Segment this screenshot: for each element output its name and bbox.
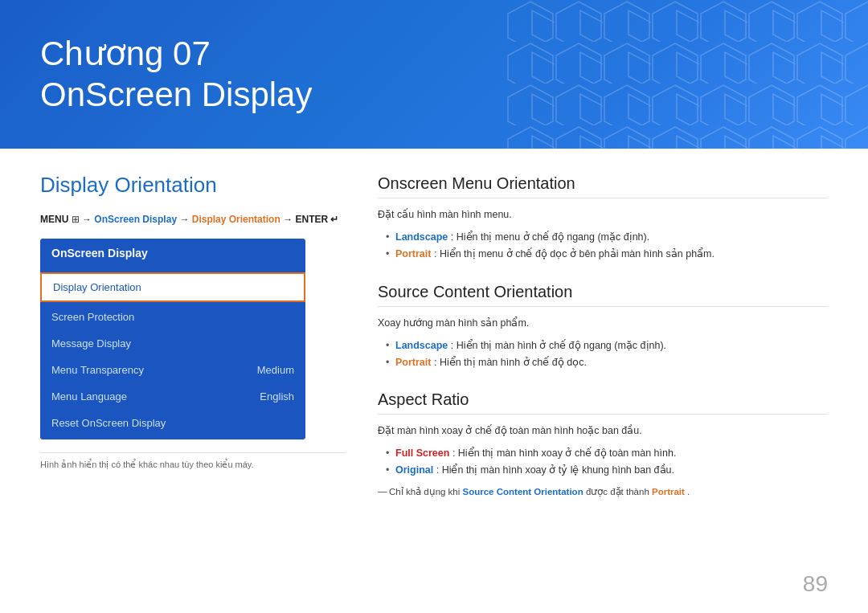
page-number: 89 [803, 571, 828, 597]
osd-panel-header: OnScreen Display [40, 239, 305, 268]
section-source-content: Source Content Orientation Xoay hướng mà… [378, 283, 828, 372]
source-content-title: Source Content Orientation [378, 283, 828, 307]
aspect-ratio-desc: Đặt màn hình xoay ở chế độ toàn màn hình… [378, 423, 828, 439]
osd-item-label: Message Display [51, 337, 131, 349]
osd-item-value: English [260, 390, 294, 403]
svg-rect-2 [506, 0, 868, 149]
page-header: Chương 07 OnScreen Display [0, 0, 868, 149]
menu-path: MENU ⊞ → OnScreen Display → Display Orie… [40, 212, 346, 227]
osd-item-label: Menu Transparency [51, 364, 144, 376]
bullet-portrait-source: Portrait : Hiển thị màn hình ở chế độ dọ… [386, 354, 828, 371]
aspect-ratio-bullets: Full Screen : Hiển thị màn hình xoay ở c… [378, 445, 828, 480]
source-content-desc: Xoay hướng màn hình sản phẩm. [378, 315, 828, 331]
left-column: Display Orientation MENU ⊞ → OnScreen Di… [40, 173, 346, 517]
osd-menu-list: Display Orientation Screen Protection Me… [40, 268, 305, 439]
aspect-ratio-note: Chỉ khả dụng khi Source Content Orientat… [378, 486, 828, 497]
right-column: Onscreen Menu Orientation Đặt cấu hình m… [378, 173, 828, 517]
source-content-bullets: Landscape : Hiển thị màn hình ở chế độ n… [378, 337, 828, 372]
osd-item-value: Medium [257, 364, 294, 376]
osd-item-label: Reset OnScreen Display [51, 417, 166, 429]
osd-item-display-orientation[interactable]: Display Orientation [40, 272, 305, 302]
section-aspect-ratio: Aspect Ratio Đặt màn hình xoay ở chế độ … [378, 390, 828, 497]
chapter-line2: OnScreen Display [40, 75, 312, 115]
footnote: Hình ảnh hiển thị có thể khác nhau tùy t… [40, 452, 346, 470]
osd-item-menu-language[interactable]: Menu Language English [40, 383, 305, 410]
osd-panel-title: OnScreen Display [51, 247, 148, 260]
menu-onscreen-link: OnScreen Display [94, 214, 177, 225]
bullet-portrait: Portrait : Hiển thị menu ở chế độ dọc ở … [386, 246, 828, 263]
osd-item-label: Screen Protection [51, 311, 134, 323]
osd-item-label: Display Orientation [53, 281, 141, 293]
menu-enter: → ENTER ↵ [283, 214, 338, 225]
aspect-ratio-title: Aspect Ratio [378, 390, 828, 415]
section-onscreen-menu: Onscreen Menu Orientation Đặt cấu hình m… [378, 174, 828, 264]
chapter-line1: Chương 07 [40, 34, 312, 74]
onscreen-menu-bullets: Landscape : Hiển thị menu ở chế độ ngang… [378, 229, 828, 264]
main-content: Display Orientation MENU ⊞ → OnScreen Di… [0, 149, 868, 533]
osd-item-label: Menu Language [51, 390, 127, 403]
menu-keyword: MENU [40, 214, 72, 225]
osd-item-message-display[interactable]: Message Display [40, 330, 305, 357]
osd-panel: OnScreen Display Display Orientation Scr… [40, 239, 305, 439]
bullet-fullscreen: Full Screen : Hiển thị màn hình xoay ở c… [386, 445, 828, 462]
menu-display-orientation-link: Display Orientation [192, 214, 280, 225]
osd-item-screen-protection[interactable]: Screen Protection [40, 304, 305, 330]
display-orientation-title: Display Orientation [40, 173, 346, 198]
bullet-landscape-source: Landscape : Hiển thị màn hình ở chế độ n… [386, 337, 828, 354]
osd-item-menu-transparency[interactable]: Menu Transparency Medium [40, 357, 305, 383]
osd-item-reset[interactable]: Reset OnScreen Display [40, 410, 305, 436]
onscreen-menu-desc: Đặt cấu hình màn hình menu. [378, 206, 828, 223]
header-title: Chương 07 OnScreen Display [40, 34, 312, 115]
bullet-landscape: Landscape : Hiển thị menu ở chế độ ngang… [386, 229, 828, 246]
onscreen-menu-title: Onscreen Menu Orientation [378, 174, 828, 198]
bullet-original: Original : Hiển thị màn hình xoay ở tỷ l… [386, 462, 828, 479]
